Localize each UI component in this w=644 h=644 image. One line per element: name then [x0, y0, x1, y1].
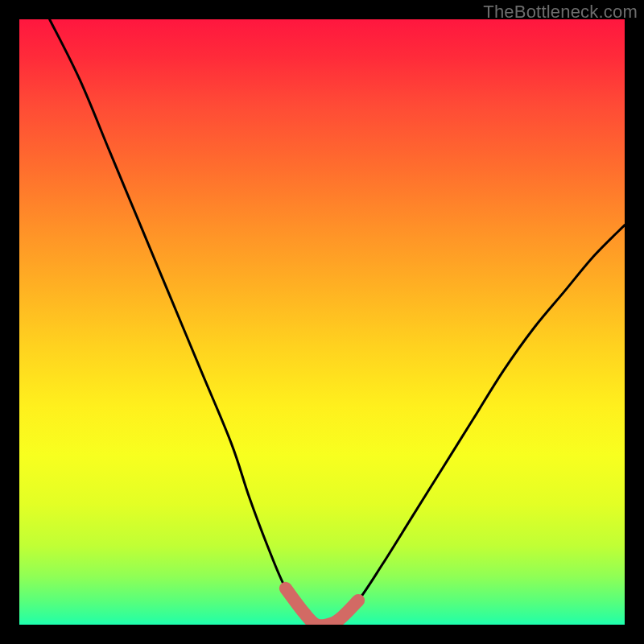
- bottleneck-curve: [19, 19, 625, 625]
- plot-area: [19, 19, 625, 625]
- chart-frame: TheBottleneck.com: [0, 0, 644, 644]
